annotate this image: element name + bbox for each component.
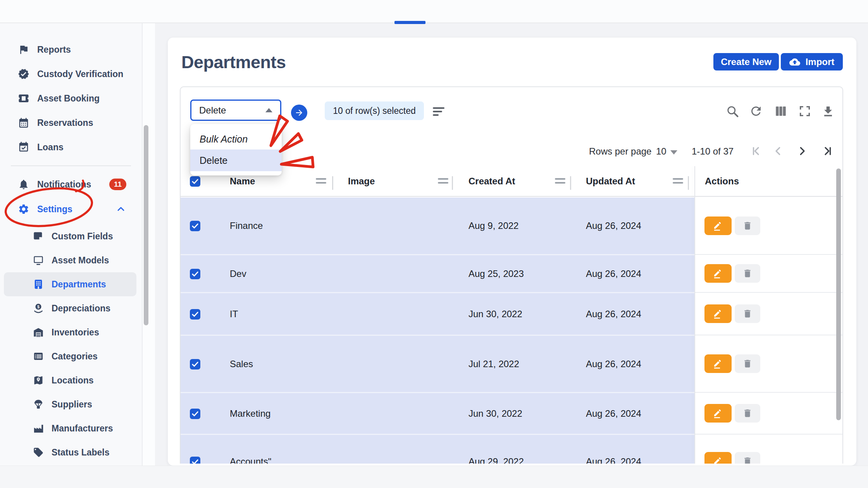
column-header-updated-at[interactable]: Updated At [586, 166, 635, 196]
sidebar-item-asset-booking[interactable]: Asset Booking [0, 91, 142, 105]
row-checkbox[interactable] [190, 457, 200, 464]
column-header-created-at[interactable]: Created At [468, 166, 515, 196]
sidebar-divider [11, 165, 131, 166]
selected-rows-chip: 10 of row(s) selected [325, 101, 424, 120]
apply-bulk-action-button[interactable] [291, 105, 307, 121]
flag-icon [18, 44, 29, 55]
monitor-icon [33, 255, 44, 266]
edit-button[interactable] [704, 217, 732, 235]
cloud-upload-icon [789, 57, 800, 67]
sidebar-item-reservations[interactable]: Reservations [0, 116, 142, 130]
main-card: Departments Create New Import Delete 10 … [168, 38, 856, 466]
sidebar-item-depreciations[interactable]: $ Depreciations [0, 301, 142, 315]
ticket-icon [18, 93, 29, 104]
sidebar-item-notifications[interactable]: Notifications 11 [0, 177, 142, 191]
active-tab-indicator [394, 21, 425, 24]
prev-page-icon[interactable] [772, 145, 784, 157]
caret-down-icon[interactable] [670, 150, 677, 155]
note-icon [33, 231, 44, 242]
table-row[interactable]: Accounts" Aug 29, 2022 Aug 26, 2024 [181, 434, 842, 464]
columns-icon[interactable] [774, 104, 788, 118]
row-checkbox[interactable] [190, 221, 200, 231]
table-row[interactable]: Finance Aug 9, 2022 Aug 26, 2024 [181, 198, 842, 254]
sidebar-item-custom-fields[interactable]: Custom Fields [0, 229, 142, 243]
first-page-icon[interactable] [751, 145, 762, 157]
gear-icon [18, 203, 29, 215]
column-drag-handle[interactable] [555, 178, 565, 184]
actions-column-border [694, 166, 695, 464]
sidebar-item-loans[interactable]: Loans [0, 140, 142, 154]
delete-button[interactable] [735, 354, 760, 373]
delete-button[interactable] [735, 264, 760, 283]
row-checkbox[interactable] [190, 409, 200, 419]
delete-button[interactable] [735, 304, 760, 323]
sidebar-item-categories[interactable]: Categories [0, 349, 142, 363]
column-drag-handle[interactable] [673, 178, 683, 184]
table-row[interactable]: Marketing Jun 30, 2022 Aug 26, 2024 [181, 392, 842, 434]
factory-icon [33, 423, 44, 434]
import-button[interactable]: Import [781, 53, 843, 70]
sort-icon[interactable] [433, 106, 446, 119]
table-row[interactable]: Sales Jul 21, 2022 Aug 26, 2024 [181, 335, 842, 392]
refresh-icon[interactable] [749, 104, 763, 118]
delete-button[interactable] [735, 452, 760, 464]
page-range-label: 1-10 of 37 [692, 146, 734, 157]
top-bar [0, 0, 868, 23]
list-card-icon [33, 351, 44, 362]
column-separator[interactable] [688, 176, 689, 190]
svg-text:$: $ [37, 304, 40, 309]
sidebar-item-asset-models[interactable]: Asset Models [0, 253, 142, 267]
column-separator[interactable] [452, 176, 453, 190]
next-page-icon[interactable] [796, 145, 808, 157]
table-row[interactable]: Dev Aug 25, 2023 Aug 26, 2024 [181, 254, 842, 292]
tag-icon [33, 447, 44, 458]
chevron-up-icon[interactable] [116, 204, 126, 214]
sidebar-item-locations[interactable]: Locations [0, 373, 142, 387]
sidebar-item-suppliers[interactable]: Suppliers [0, 397, 142, 411]
edit-button[interactable] [704, 304, 732, 323]
sidebar-item-settings[interactable]: Settings [0, 202, 142, 216]
column-drag-handle[interactable] [438, 178, 448, 184]
bulk-action-select[interactable]: Delete [190, 100, 281, 121]
sidebar-item-status-labels[interactable]: Status Labels [0, 445, 142, 459]
row-checkbox[interactable] [190, 309, 200, 320]
table-row[interactable]: IT Jun 30, 2022 Aug 26, 2024 [181, 292, 842, 335]
sidebar-item-manufacturers[interactable]: Manufacturers [0, 421, 142, 435]
garage-icon [33, 327, 44, 338]
sidebar-item-custody-verification[interactable]: Custody Verification [0, 67, 142, 81]
column-drag-handle[interactable] [316, 178, 326, 184]
sidebar: Reports Custody Verification Asset Booki… [0, 23, 155, 466]
last-page-icon[interactable] [822, 145, 833, 157]
create-new-button[interactable]: Create New [713, 53, 779, 70]
download-icon[interactable] [821, 104, 835, 118]
calendar-icon [18, 117, 29, 129]
menu-item-delete[interactable]: Delete [190, 149, 282, 171]
sidebar-item-inventories[interactable]: Inventories [0, 325, 142, 339]
select-all-checkbox[interactable] [190, 176, 200, 187]
search-icon[interactable] [725, 104, 739, 118]
column-header-image[interactable]: Image [348, 166, 375, 196]
sidebar-item-departments[interactable]: Departments [0, 277, 142, 291]
edit-button[interactable] [704, 404, 732, 423]
delete-button[interactable] [735, 217, 760, 235]
fullscreen-icon[interactable] [798, 104, 812, 118]
edit-button[interactable] [704, 452, 732, 464]
rows-per-page-value[interactable]: 10 [656, 146, 666, 157]
column-separator[interactable] [570, 176, 571, 190]
row-checkbox[interactable] [190, 269, 200, 279]
badge-check-icon [18, 68, 29, 80]
sidebar-scrollbar[interactable] [144, 125, 148, 325]
caret-up-icon [265, 108, 272, 112]
table-scrollbar[interactable] [836, 168, 841, 420]
row-checkbox[interactable] [190, 359, 200, 369]
bottom-strip [0, 466, 868, 488]
rows-per-page-label: Rows per page [589, 146, 651, 157]
notifications-badge: 11 [109, 179, 126, 190]
edit-button[interactable] [704, 264, 732, 283]
column-separator[interactable] [332, 176, 333, 190]
coin-icon: $ [33, 303, 44, 314]
edit-button[interactable] [704, 354, 732, 373]
menu-item-bulk-action[interactable]: Bulk Action [190, 129, 282, 149]
delete-button[interactable] [735, 404, 760, 423]
sidebar-item-reports[interactable]: Reports [0, 43, 142, 57]
